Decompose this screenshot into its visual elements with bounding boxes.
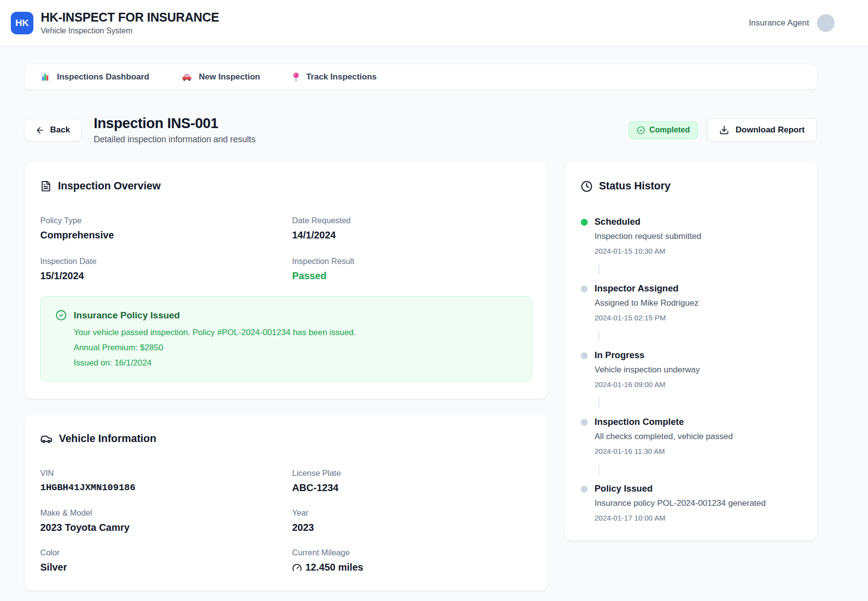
timeline-item-policy-issued: Policy Issued Insurance policy POL-2024-… xyxy=(581,483,801,523)
timeline-dot xyxy=(581,486,588,493)
timeline-timestamp: 2024-01-17 10:00 AM xyxy=(595,513,766,523)
field-value: Comprehensive xyxy=(40,230,292,241)
app-header: HK HK-INSPECT FOR INSURANCE Vehicle Insp… xyxy=(0,0,868,46)
app-subtitle: Vehicle Inspection System xyxy=(41,26,219,35)
timeline-dot xyxy=(581,352,588,359)
main-nav: Inspections Dashboard New Inspection xyxy=(25,64,817,90)
nav-item-inspections-dashboard[interactable]: Inspections Dashboard xyxy=(40,72,149,82)
inspection-overview-card: Inspection Overview Policy Type Comprehe… xyxy=(25,162,548,399)
field-value-mileage: 12.450 miles xyxy=(305,562,363,573)
car-outline-icon xyxy=(40,433,53,445)
field-current-mileage: Current Mileage 12.450 miles xyxy=(292,548,532,573)
nav-label: New Inspection xyxy=(199,72,260,82)
back-button[interactable]: Back xyxy=(25,119,81,141)
nav-item-track-inspections[interactable]: Track Inspections xyxy=(293,72,377,82)
timeline-timestamp: 2024-01-15 10:30 AM xyxy=(595,246,701,256)
clock-icon xyxy=(581,181,593,192)
check-circle-icon xyxy=(637,126,645,134)
field-label: License Plate xyxy=(292,469,532,478)
field-value: Silver xyxy=(40,562,292,573)
car-icon xyxy=(182,72,192,82)
field-make-model: Make & Model 2023 Toyota Camry xyxy=(40,508,292,533)
status-badge-label: Completed xyxy=(650,126,690,134)
field-value-passed: Passed xyxy=(292,270,532,282)
download-label: Download Report xyxy=(735,125,805,135)
timeline-title: Scheduled xyxy=(595,216,701,228)
field-label: Make & Model xyxy=(40,508,292,518)
card-title: Vehicle Information xyxy=(59,433,156,445)
field-policy-type: Policy Type Comprehensive xyxy=(40,216,292,241)
pushpin-icon xyxy=(293,72,299,82)
timeline-dot-active xyxy=(581,219,588,226)
vehicle-information-card: Vehicle Information VIN 1HGBH41JXMN10918… xyxy=(25,415,548,591)
download-report-button[interactable]: Download Report xyxy=(707,118,817,142)
timeline-dot xyxy=(581,286,588,292)
field-label: Policy Type xyxy=(40,216,292,225)
status-history-card: Status History Scheduled Inspection requ… xyxy=(565,162,817,541)
field-value: 2023 xyxy=(292,522,532,533)
status-badge: Completed xyxy=(628,121,699,139)
field-label: Inspection Result xyxy=(292,257,532,266)
nav-item-new-inspection[interactable]: New Inspection xyxy=(182,72,260,82)
app-title-block: HK-INSPECT FOR INSURANCE Vehicle Inspect… xyxy=(41,10,219,35)
file-text-icon xyxy=(40,181,52,192)
bar-chart-icon xyxy=(40,72,50,82)
gauge-icon xyxy=(292,563,302,573)
status-timeline: Scheduled Inspection request submitted 2… xyxy=(581,216,801,523)
page-title: Inspection INS-001 xyxy=(94,115,256,131)
timeline-timestamp: 2024-01-16 11:30 AM xyxy=(595,446,733,456)
field-color: Color Silver xyxy=(40,548,292,573)
alert-premium: Annual Premium: $2850 xyxy=(74,343,517,353)
timeline-title: Inspection Complete xyxy=(595,416,733,428)
field-label: VIN xyxy=(40,469,292,478)
field-value: ABC-1234 xyxy=(292,482,532,494)
field-label: Color xyxy=(40,548,292,557)
field-date-requested: Date Requested 14/1/2024 xyxy=(292,216,532,241)
timeline-connector xyxy=(598,264,599,275)
alert-issued-date: Issued on: 16/1/2024 xyxy=(74,358,517,368)
check-circle-icon xyxy=(55,310,67,321)
alert-message: Your vehicle passed inspection. Policy #… xyxy=(74,328,517,338)
back-label: Back xyxy=(50,125,70,135)
timeline-connector xyxy=(598,397,599,408)
nav-label: Track Inspections xyxy=(306,72,377,82)
field-label: Date Requested xyxy=(292,216,532,225)
page-head: Back Inspection INS-001 Detailed inspect… xyxy=(25,115,817,145)
page-subtitle: Detailed inspection information and resu… xyxy=(94,134,256,145)
download-icon xyxy=(719,125,729,135)
policy-issued-alert: Insurance Policy Issued Your vehicle pas… xyxy=(40,296,532,381)
app-logo: HK xyxy=(11,12,33,34)
timeline-item-inspector-assigned: Inspector Assigned Assigned to Mike Rodr… xyxy=(581,283,801,323)
timeline-description: All checks completed, vehicle passed xyxy=(595,431,733,443)
timeline-description: Vehicle inspection underway xyxy=(595,364,700,376)
timeline-title: Policy Issued xyxy=(595,483,766,495)
timeline-timestamp: 2024-01-15 02:15 PM xyxy=(595,313,699,323)
field-label: Current Mileage xyxy=(292,548,532,557)
field-value: 2023 Toyota Camry xyxy=(40,522,292,533)
timeline-item-scheduled: Scheduled Inspection request submitted 2… xyxy=(581,216,801,256)
timeline-item-inspection-complete: Inspection Complete All checks completed… xyxy=(581,416,801,456)
card-title: Status History xyxy=(599,180,671,192)
timeline-description: Assigned to Mike Rodriguez xyxy=(595,297,699,309)
timeline-title: Inspector Assigned xyxy=(595,283,699,294)
field-inspection-date: Inspection Date 15/1/2024 xyxy=(40,257,292,282)
timeline-description: Insurance policy POL-2024-001234 generat… xyxy=(595,497,766,509)
nav-label: Inspections Dashboard xyxy=(57,72,149,82)
timeline-description: Inspection request submitted xyxy=(595,231,701,242)
timeline-connector xyxy=(598,464,599,475)
card-title: Inspection Overview xyxy=(58,180,161,192)
timeline-connector xyxy=(598,331,599,341)
field-license-plate: License Plate ABC-1234 xyxy=(292,469,532,494)
user-role-label: Insurance Agent xyxy=(749,18,809,28)
field-value: 15/1/2024 xyxy=(40,270,292,282)
timeline-dot xyxy=(581,419,588,426)
timeline-item-in-progress: In Progress Vehicle inspection underway … xyxy=(581,349,801,390)
arrow-left-icon xyxy=(35,126,45,135)
user-avatar[interactable] xyxy=(817,14,835,32)
timeline-timestamp: 2024-01-16 09:00 AM xyxy=(595,380,700,390)
field-label: Year xyxy=(292,508,532,518)
field-vin: VIN 1HGBH41JXMN109186 xyxy=(40,469,292,494)
field-year: Year 2023 xyxy=(292,508,532,533)
field-value: 14/1/2024 xyxy=(292,230,532,241)
app-title: HK-INSPECT FOR INSURANCE xyxy=(41,10,219,25)
